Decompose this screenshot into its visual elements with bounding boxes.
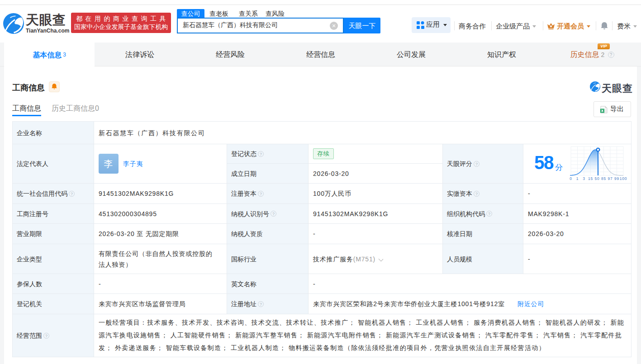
svg-text:0: 0: [570, 176, 572, 181]
svg-text:15: 15: [588, 176, 593, 181]
svg-text:50: 50: [594, 176, 599, 181]
svg-text:100: 100: [620, 176, 627, 181]
svg-text:3: 3: [583, 176, 585, 181]
svg-text:97: 97: [608, 176, 613, 181]
svg-text:85: 85: [601, 176, 606, 181]
svg-text:99: 99: [614, 176, 619, 181]
svg-text:1: 1: [576, 176, 579, 181]
